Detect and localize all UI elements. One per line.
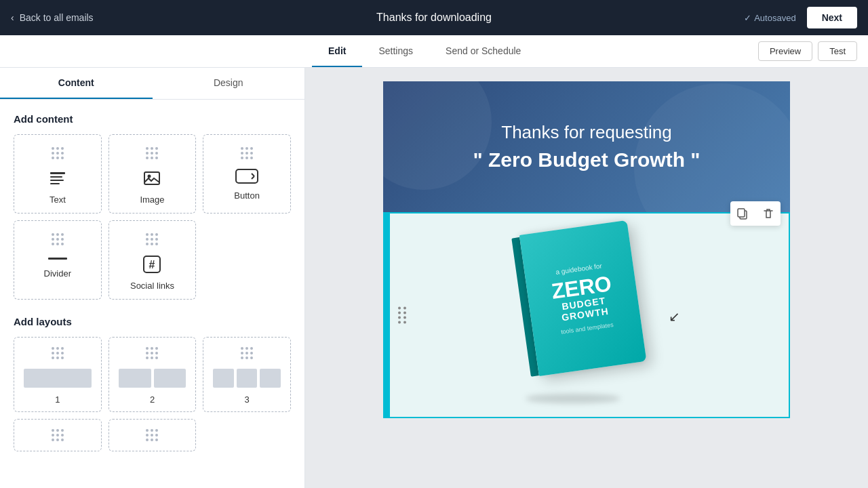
sidebar-tab-design[interactable]: Design	[153, 68, 305, 99]
dot-grid	[146, 347, 158, 359]
text-icon	[48, 169, 67, 188]
layout-card-2[interactable]: 2	[108, 337, 197, 412]
svg-rect-7	[48, 258, 67, 260]
layout-1-label: 1	[55, 394, 60, 405]
svg-rect-6	[236, 169, 258, 183]
add-content-title: Add content	[14, 113, 291, 125]
layout-2-label: 2	[150, 394, 155, 405]
sidebar-content: Add content	[0, 100, 304, 465]
dot-grid	[146, 429, 158, 441]
content-card-text[interactable]: Text	[14, 134, 102, 214]
tab-settings[interactable]: Settings	[362, 36, 429, 67]
preview-button[interactable]: Preview	[758, 41, 812, 61]
svg-rect-0	[50, 172, 65, 174]
back-button[interactable]: ‹ Back to all emails	[11, 12, 94, 23]
tab-send-schedule[interactable]: Send or Schedule	[429, 36, 537, 67]
sub-nav: Edit Settings Send or Schedule Preview T…	[0, 35, 868, 68]
email-title: Thanks for downloading	[376, 12, 492, 24]
autosaved-label: Autosaved	[754, 13, 795, 23]
image-card-label: Image	[140, 195, 164, 205]
canvas-area: Thanks for requesting " Zero Budget Grow…	[305, 68, 868, 488]
email-header-subtitle: Thanks for requesting	[410, 122, 763, 143]
dot-grid	[52, 347, 64, 359]
drag-handle[interactable]	[398, 307, 407, 324]
button-icon	[235, 169, 258, 184]
svg-rect-3	[50, 183, 60, 184]
layout-3-label: 3	[245, 394, 250, 405]
sub-nav-actions: Preview Test	[758, 41, 857, 61]
sidebar: Content Design Add content	[0, 68, 305, 488]
sidebar-tabs: Content Design	[0, 68, 304, 100]
dot-grid	[52, 147, 64, 159]
book-cover: a guidebook for ZERO BUDGET GROWTH tools…	[519, 220, 647, 376]
top-bar: ‹ Back to all emails Thanks for download…	[0, 0, 868, 35]
book-illustration: a guidebook for ZERO BUDGET GROWTH tools…	[519, 234, 654, 396]
book-shadow	[526, 394, 620, 403]
layout-2-preview	[116, 369, 189, 388]
float-toolbar	[730, 201, 781, 226]
svg-rect-1	[50, 176, 62, 178]
tab-edit[interactable]: Edit	[312, 36, 362, 67]
text-card-label: Text	[50, 195, 66, 205]
email-header-section[interactable]: Thanks for requesting " Zero Budget Grow…	[383, 81, 790, 212]
cursor-icon: ↙	[669, 308, 680, 325]
layout-card-extra-1[interactable]	[14, 419, 102, 451]
content-card-image[interactable]: Image	[108, 134, 197, 214]
email-frame: Thanks for requesting " Zero Budget Grow…	[383, 81, 790, 418]
add-layouts-title: Add layouts	[14, 316, 291, 327]
svg-point-5	[148, 175, 151, 178]
content-card-divider[interactable]: Divider	[14, 220, 102, 300]
next-button[interactable]: Next	[807, 7, 857, 28]
svg-rect-4	[144, 172, 159, 184]
layouts-grid: 1 2	[14, 337, 291, 451]
chevron-left-icon: ‹	[11, 12, 14, 23]
svg-rect-11	[738, 209, 745, 217]
back-label: Back to all emails	[20, 12, 94, 23]
dot-grid	[241, 147, 253, 159]
delete-button[interactable]	[756, 201, 781, 226]
social-card-label: Social links	[130, 281, 174, 291]
dot-grid	[146, 147, 158, 159]
top-bar-right: ✓ Autosaved Next	[744, 7, 857, 28]
content-card-button[interactable]: Button	[203, 134, 291, 214]
layout-card-1[interactable]: 1	[14, 337, 102, 412]
content-grid: Text Ima	[14, 134, 291, 300]
layout-1-preview	[21, 369, 94, 388]
copy-button[interactable]	[730, 201, 755, 226]
sidebar-tab-content[interactable]: Content	[0, 68, 153, 99]
dot-grid	[52, 233, 64, 245]
check-icon: ✓	[744, 13, 751, 23]
divider-icon	[48, 255, 67, 262]
content-card-social[interactable]: # Social links	[108, 220, 197, 300]
left-accent	[384, 214, 390, 417]
svg-rect-2	[50, 180, 64, 181]
email-book-section[interactable]: a guidebook for ZERO BUDGET GROWTH tools…	[383, 212, 790, 418]
layout-card-extra-2[interactable]	[108, 419, 197, 451]
social-icon: #	[142, 255, 161, 274]
book-subtitle: tools and templates	[560, 321, 614, 336]
layout-card-3[interactable]: 3	[203, 337, 291, 412]
svg-text:#: #	[149, 259, 155, 270]
autosaved-indicator: ✓ Autosaved	[744, 13, 795, 23]
dot-grid	[241, 347, 253, 359]
button-card-label: Button	[234, 190, 260, 201]
test-button[interactable]: Test	[818, 41, 857, 61]
email-header-title: " Zero Budget Growth "	[410, 148, 763, 171]
divider-card-label: Divider	[44, 268, 71, 279]
layout-3-preview	[210, 369, 283, 388]
main-layout: Content Design Add content	[0, 68, 868, 488]
dot-grid	[146, 233, 158, 245]
image-icon	[142, 169, 161, 188]
dot-grid	[52, 429, 64, 441]
sub-nav-tabs: Edit Settings Send or Schedule	[312, 36, 537, 67]
